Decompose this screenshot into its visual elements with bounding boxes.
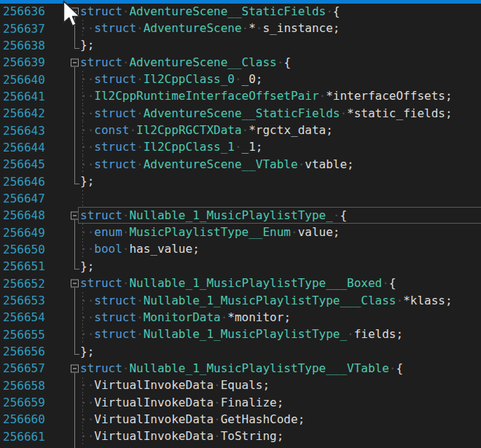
code-line-text[interactable]: ··struct·Il2CppClass_0·_0; (80, 71, 262, 87)
line-number[interactable]: 256647 (3, 190, 45, 207)
whitespace-dots: · (122, 227, 130, 238)
code-token: s_instance; (262, 23, 340, 34)
line-number[interactable]: 256639 (3, 54, 45, 71)
line-number[interactable]: 256654 (3, 309, 45, 326)
fold-structure-line (74, 394, 75, 411)
code-token: Finalize; (221, 397, 284, 409)
line-number[interactable]: 256652 (3, 275, 45, 292)
code-line-text[interactable]: struct·Nullable_1_MusicPlaylistType___Bo… (80, 275, 396, 292)
line-number[interactable]: 256642 (3, 105, 45, 122)
code-line-text[interactable]: ··bool·has_value; (80, 241, 200, 258)
whitespace-dots: · (136, 23, 144, 34)
code-line-text[interactable]: ··VirtualInvokeData·ToString; (80, 428, 283, 445)
code-token: }; (80, 39, 94, 51)
line-number[interactable]: 256637 (3, 20, 45, 36)
code-line-text[interactable]: ··struct·MonitorData·*monitor; (80, 309, 291, 326)
line-number[interactable]: 256659 (3, 394, 45, 411)
fold-structure-line (74, 224, 75, 240)
code-token: struct (80, 278, 122, 289)
fold-collapse-button[interactable] (71, 364, 79, 372)
whitespace-dots: ·· (80, 397, 94, 409)
whitespace-dots: ·· (80, 414, 94, 425)
line-number[interactable]: 256656 (3, 343, 45, 360)
code-line-text[interactable]: ··struct·Nullable_1_MusicPlaylistType___… (80, 292, 453, 309)
whitespace-dots: ·· (80, 329, 94, 340)
code-token: fields; (354, 329, 403, 340)
line-number[interactable]: 256636 (3, 3, 45, 20)
fold-structure-line (74, 309, 75, 326)
code-line-text[interactable]: ··Il2CppRuntimeInterfaceOffsetPair·*inte… (80, 88, 453, 105)
whitespace-dots: ·· (80, 431, 94, 442)
line-number[interactable]: 256641 (3, 88, 45, 105)
code-token: vtable; (305, 159, 353, 170)
line-number[interactable]: 256653 (3, 292, 45, 309)
code-line-text[interactable]: ··struct·AdventureScene·*·s_instance; (80, 20, 340, 36)
line-number[interactable]: 256657 (3, 360, 45, 377)
code-line-text[interactable]: }; (80, 343, 94, 360)
code-line-text[interactable]: ··VirtualInvokeData·GetHashCode; (80, 411, 305, 428)
line-number[interactable]: 256651 (3, 258, 45, 275)
fold-collapse-button[interactable] (71, 211, 79, 219)
code-line: 256643··const·Il2CppRGCTXData·*rgctx_dat… (0, 122, 481, 138)
code-token: AdventureScene (144, 23, 242, 34)
whitespace-dots: · (291, 227, 298, 238)
code-line-text[interactable]: ··const·Il2CppRGCTXData·*rgctx_data; (80, 122, 333, 138)
code-line-text[interactable]: ··struct·AdventureScene__VTable·vtable; (80, 156, 354, 173)
fold-collapse-button[interactable] (71, 7, 79, 15)
fold-structure-line (74, 173, 75, 184)
code-token: VirtualInvokeData (94, 431, 214, 442)
line-number[interactable]: 256662 (3, 445, 45, 448)
whitespace-dots: · (235, 74, 242, 85)
code-line-text[interactable]: }; (80, 37, 94, 54)
code-line-text[interactable]: struct·AdventureScene__Class·{ (80, 54, 291, 71)
fold-collapse-button[interactable] (71, 280, 79, 288)
code-line-text[interactable]: }; (80, 258, 94, 275)
code-line-text[interactable]: struct·Nullable_1_MusicPlaylistType___VT… (80, 360, 403, 377)
whitespace-dots: · (122, 243, 130, 255)
code-line-text[interactable]: ··VirtualInvokeData·Equals; (80, 377, 270, 394)
code-token: MonitorData (144, 312, 221, 323)
code-line: 256647 (0, 190, 481, 207)
whitespace-dots: · (136, 108, 144, 119)
fold-structure-line (74, 411, 75, 428)
line-number[interactable]: 256655 (3, 326, 45, 343)
whitespace-dots: · (396, 295, 403, 307)
whitespace-dots: · (214, 431, 221, 442)
line-number[interactable]: 256643 (3, 122, 45, 138)
line-number[interactable]: 256645 (3, 156, 45, 173)
code-line: 256659··VirtualInvokeData·Finalize; (0, 394, 481, 411)
code-line-text[interactable]: struct·Nullable_1_MusicPlaylistType_·{ (80, 207, 347, 224)
line-number[interactable]: 256660 (3, 411, 45, 428)
code-line-text[interactable]: ··VirtualInvokeData·Finalize; (80, 394, 283, 411)
code-line: 256637··struct·AdventureScene·*·s_instan… (0, 20, 481, 36)
code-line-text[interactable]: ··enum·MusicPlaylistType__Enum·value; (80, 224, 340, 240)
code-line-text[interactable]: struct·AdventureScene__StaticFields·{ (80, 3, 340, 20)
code-line: 256660··VirtualInvokeData·GetHashCode; (0, 411, 481, 428)
line-number[interactable]: 256644 (3, 139, 45, 156)
code-token: _1; (242, 141, 263, 153)
fold-structure-line (74, 292, 75, 309)
line-number[interactable]: 256640 (3, 71, 45, 87)
code-line: 256640··struct·Il2CppClass_0·_0; (0, 71, 481, 87)
whitespace-dots: · (333, 210, 340, 221)
whitespace-dots: · (242, 125, 249, 136)
line-number[interactable]: 256658 (3, 377, 45, 394)
code-token: *monitor; (227, 312, 291, 323)
whitespace-dots: · (122, 6, 130, 17)
line-number[interactable]: 256638 (3, 37, 45, 54)
code-token: struct (94, 74, 136, 85)
fold-structure-line (74, 37, 75, 49)
line-number[interactable]: 256661 (3, 428, 45, 445)
code-token: MusicPlaylistType__Enum (129, 227, 291, 238)
line-number[interactable]: 256649 (3, 224, 45, 240)
code-line-text[interactable]: ··struct·Nullable_1_MusicPlaylistType_·f… (80, 326, 403, 343)
code-line-text[interactable]: }; (80, 173, 94, 189)
line-number[interactable]: 256648 (3, 207, 45, 224)
line-number[interactable]: 256646 (3, 173, 45, 189)
whitespace-dots: · (136, 141, 144, 153)
code-line-text[interactable]: ··struct·AdventureScene__StaticFields·*s… (80, 105, 453, 122)
code-line-text[interactable]: ··struct·Il2CppClass_1·_1; (80, 139, 262, 156)
line-number[interactable]: 256650 (3, 241, 45, 258)
code-line-text[interactable]: }; (80, 445, 94, 448)
fold-collapse-button[interactable] (71, 58, 79, 66)
